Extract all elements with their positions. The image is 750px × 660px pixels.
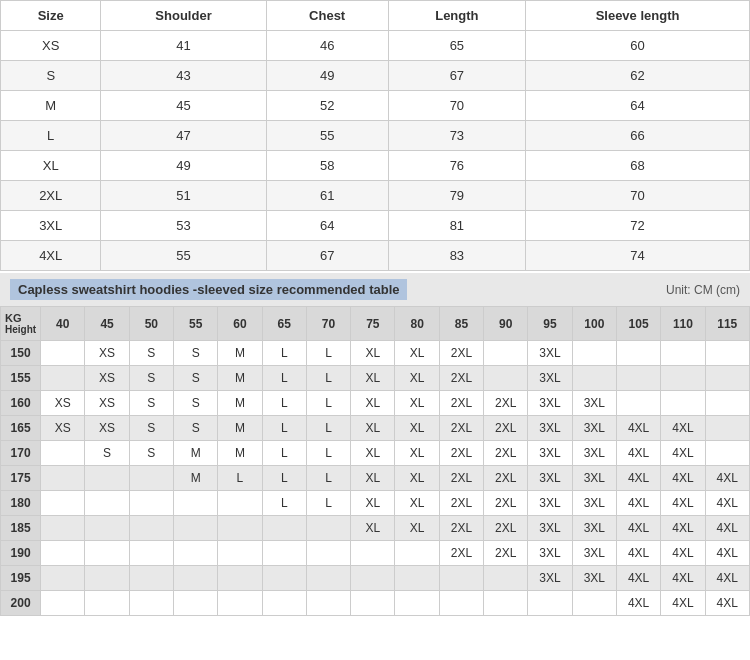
- rec-cell: XL: [351, 341, 395, 366]
- height-value: 175: [1, 466, 41, 491]
- rec-cell: [174, 566, 218, 591]
- kg-header: 110: [661, 307, 705, 341]
- height-value: 195: [1, 566, 41, 591]
- rec-cell: [262, 541, 306, 566]
- rec-cell: [306, 566, 350, 591]
- rec-cell: [262, 591, 306, 616]
- rec-cell: XL: [395, 466, 439, 491]
- rec-cell: 3XL: [572, 516, 616, 541]
- rec-cell: M: [218, 391, 262, 416]
- rec-cell: 2XL: [439, 466, 483, 491]
- rec-cell: XL: [351, 366, 395, 391]
- rec-cell: 4XL: [661, 491, 705, 516]
- rec-cell: 3XL: [528, 441, 572, 466]
- rec-cell: XS: [41, 391, 85, 416]
- kg-header: 50: [129, 307, 173, 341]
- rec-cell: [484, 566, 528, 591]
- rec-cell: L: [218, 466, 262, 491]
- kg-header: 115: [705, 307, 749, 341]
- rec-cell: 4XL: [661, 516, 705, 541]
- col-header: Sleeve length: [526, 1, 750, 31]
- rec-cell: M: [218, 416, 262, 441]
- size-value: 46: [266, 31, 388, 61]
- rec-cell: [129, 591, 173, 616]
- rec-cell: 4XL: [616, 591, 660, 616]
- rec-cell: L: [306, 416, 350, 441]
- rec-cell: 4XL: [705, 566, 749, 591]
- rec-cell: 3XL: [572, 566, 616, 591]
- rec-cell: [218, 566, 262, 591]
- rec-cell: XL: [395, 366, 439, 391]
- rec-cell: 2XL: [439, 416, 483, 441]
- rec-cell: M: [174, 466, 218, 491]
- rec-cell: S: [129, 391, 173, 416]
- rec-cell: M: [174, 441, 218, 466]
- rec-cell: 4XL: [661, 566, 705, 591]
- size-value: 79: [388, 181, 525, 211]
- rec-cell: L: [262, 466, 306, 491]
- rec-cell: [661, 366, 705, 391]
- height-value: 155: [1, 366, 41, 391]
- kg-header: 55: [174, 307, 218, 341]
- rec-cell: XS: [41, 416, 85, 441]
- rec-cell: L: [262, 341, 306, 366]
- rec-cell: [262, 566, 306, 591]
- rec-cell: 2XL: [484, 441, 528, 466]
- rec-cell: S: [129, 341, 173, 366]
- rec-cell: 4XL: [705, 466, 749, 491]
- col-header: Size: [1, 1, 101, 31]
- rec-cell: [306, 541, 350, 566]
- size-table: SizeShoulderChestLengthSleeve length XS4…: [0, 0, 750, 271]
- rec-cell: XL: [395, 391, 439, 416]
- rec-cell: [439, 566, 483, 591]
- rec-cell: S: [174, 391, 218, 416]
- rec-cell: XL: [351, 466, 395, 491]
- rec-cell: [705, 441, 749, 466]
- rec-cell: [616, 341, 660, 366]
- rec-cell: L: [262, 391, 306, 416]
- rec-cell: [85, 591, 129, 616]
- kg-header: 95: [528, 307, 572, 341]
- rec-cell: 3XL: [572, 541, 616, 566]
- rec-cell: 3XL: [528, 341, 572, 366]
- rec-cell: [218, 491, 262, 516]
- col-header: Chest: [266, 1, 388, 31]
- rec-cell: [351, 591, 395, 616]
- rec-cell: 2XL: [484, 541, 528, 566]
- rec-cell: [351, 541, 395, 566]
- rec-cell: L: [306, 341, 350, 366]
- rec-cell: 4XL: [616, 566, 660, 591]
- size-label: L: [1, 121, 101, 151]
- rec-cell: XS: [85, 416, 129, 441]
- height-value: 180: [1, 491, 41, 516]
- rec-cell: 3XL: [528, 566, 572, 591]
- rec-cell: [129, 516, 173, 541]
- size-label: 4XL: [1, 241, 101, 271]
- rec-cell: S: [174, 341, 218, 366]
- rec-cell: 3XL: [528, 541, 572, 566]
- rec-cell: 4XL: [661, 441, 705, 466]
- size-label: 3XL: [1, 211, 101, 241]
- rec-cell: XL: [395, 416, 439, 441]
- unit-label: Unit: CM (cm): [666, 283, 740, 297]
- size-value: 52: [266, 91, 388, 121]
- size-value: 73: [388, 121, 525, 151]
- size-value: 58: [266, 151, 388, 181]
- kg-header: 60: [218, 307, 262, 341]
- rec-cell: [41, 466, 85, 491]
- size-value: 66: [526, 121, 750, 151]
- rec-cell: M: [218, 441, 262, 466]
- rec-cell: 4XL: [661, 416, 705, 441]
- col-header: Shoulder: [101, 1, 266, 31]
- size-value: 55: [266, 121, 388, 151]
- size-label: M: [1, 91, 101, 121]
- kg-header: 70: [306, 307, 350, 341]
- rec-cell: [85, 516, 129, 541]
- rec-cell: 2XL: [484, 391, 528, 416]
- size-value: 60: [526, 31, 750, 61]
- size-value: 55: [101, 241, 266, 271]
- rec-cell: [484, 591, 528, 616]
- rec-cell: [41, 566, 85, 591]
- rec-cell: 2XL: [439, 491, 483, 516]
- size-value: 65: [388, 31, 525, 61]
